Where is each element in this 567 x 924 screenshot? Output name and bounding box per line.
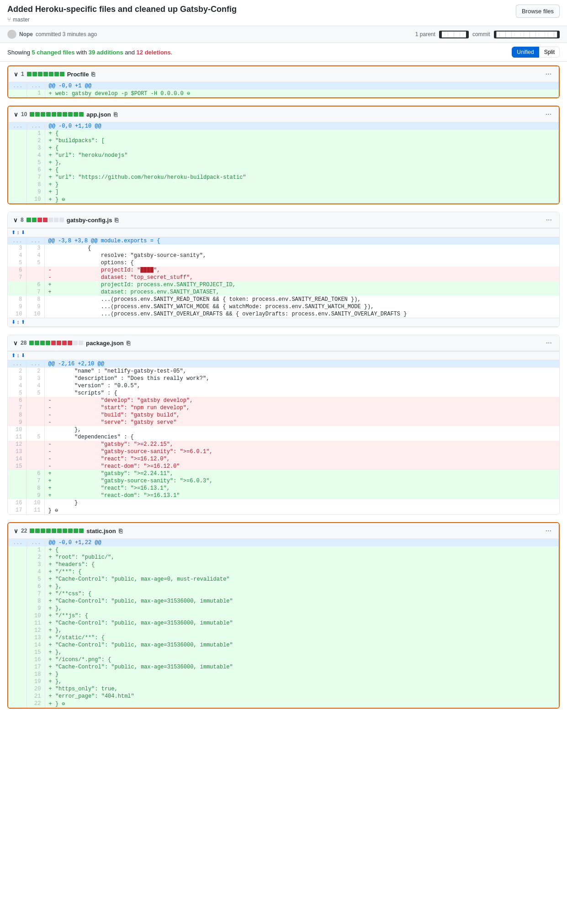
diff-row: 88 ...(process.env.SANITY_READ_TOKEN && … [8,296,559,303]
line-num-new: 3 [26,561,45,568]
line-num-old: 14 [8,455,26,463]
diff-file-header-app-json: ∨10app.json⎘··· [8,107,559,123]
normal-content: }, [44,426,559,433]
and-text: and [125,49,135,56]
line-num-old: 3 [8,375,26,382]
file-name[interactable]: package.json [86,340,123,347]
unified-view-button[interactable]: Unified [512,47,539,58]
browse-files-button[interactable]: Browse files [516,5,560,18]
line-num-new: 11 [26,620,45,627]
add-content: + "headers": { [45,561,559,568]
diff-row: 9+ ] [8,188,559,196]
stat-bar [27,72,64,76]
chevron-icon[interactable]: ∨ [13,217,18,224]
stat-square [52,529,56,533]
diff-row: 7+ dataset: process.env.SANITY_DATASET, [8,288,559,296]
line-num-old: ... [8,360,26,368]
split-view-button[interactable]: Split [539,47,560,58]
line-num-new [26,463,44,470]
diff-row: 1+ web: gatsby develop -p $PORT -H 0.0.0… [8,90,559,97]
line-num-old: 8 [8,296,26,303]
normal-content: resolve: "gatsby-source-sanity", [44,252,559,259]
diff-scroll: ......@@ -0,0 +1,22 @@1+ {2+ "root": "pu… [8,539,559,708]
more-options-button[interactable]: ··· [544,216,554,224]
diff-file-header-static-json: ∨22static.json⎘··· [8,523,559,539]
diff-files: ∨1Procfile⎘···......@@ -0,0 +1 @@1+ web:… [0,62,567,712]
add-content: + } [45,181,559,188]
parent-label: 1 parent [415,31,435,37]
add-content: + }, [45,627,559,634]
stat-square [51,341,56,345]
commit-author: Nope committed 3 minutes ago [7,30,97,39]
commit-right: 1 parent ████████ commit ███████████████… [415,31,560,38]
line-num-new: 10 [26,196,45,203]
expand-row[interactable]: ⬇ ↕ ⬆ [8,318,559,327]
line-num-new: 1 [26,546,45,554]
line-num-new: 10 [26,499,44,507]
line-num-new: 9 [26,188,45,196]
stat-square [32,218,37,222]
line-num-old: 10 [8,426,26,433]
file-name[interactable]: app.json [86,111,111,118]
normal-content: "dependencies" : { [44,433,559,441]
diff-row: ......@@ -2,16 +2,10 @@ [8,360,559,368]
chevron-icon[interactable]: ∨ [14,528,18,534]
add-content: + "https_only": true, [45,685,559,693]
diff-row: 4+ "url": "heroku/nodejs" [8,152,559,159]
chevron-icon[interactable]: ∨ [14,111,18,118]
line-num-new: 9 [26,303,44,310]
more-options-button[interactable]: ··· [544,110,553,118]
expand-button[interactable]: ⬇ ↕ ⬆ [11,319,25,325]
normal-content: ...(process.env.SANITY_READ_TOKEN && { t… [44,296,559,303]
add-content: + } ⊖ [45,196,559,203]
line-num-old [8,196,26,203]
diff-row: 10 }, [8,426,559,433]
commit-meta: Nope committed 3 minutes ago 1 parent ██… [0,26,567,43]
file-name[interactable]: gatsby-config.js [67,217,112,224]
expand-row[interactable]: ⬆ ↕ ⬇ [8,352,559,360]
hunk-content: @@ -3,8 +3,8 @@ module.exports = { [44,237,559,245]
del-content: - "start": "npm run develop", [44,404,559,411]
expand-button[interactable]: ⬆ ↕ ⬇ [11,353,25,358]
expand-button[interactable]: ⬆ ↕ ⬇ [11,230,25,235]
chevron-icon[interactable]: ∨ [14,71,18,78]
expand-row[interactable]: ⬆ ↕ ⬇ [8,229,559,237]
diff-row: 7- dataset: "top_secret_stuff", [8,274,559,281]
diff-row: 55 options: { [8,259,559,267]
copy-icon[interactable]: ⎘ [91,71,95,78]
parent-hash: ████████ [439,31,469,38]
line-num-old: 7 [8,404,26,411]
diff-row: 3+ "headers": { [8,561,559,568]
del-content: - "gatsby": ">=2.22.15", [44,441,559,448]
more-options-button[interactable]: ··· [544,527,553,535]
file-name[interactable]: static.json [86,528,116,534]
hunk-content: @@ -0,0 +1,10 @@ [45,123,559,130]
diff-row: 1010 ...(process.env.SANITY_OVERLAY_DRAF… [8,310,559,318]
diff-row: 10+ } ⊖ [8,196,559,203]
stat-square [43,218,48,222]
copy-icon[interactable]: ⎘ [119,528,122,534]
chevron-icon[interactable]: ∨ [13,340,18,347]
line-num-old [8,685,26,693]
more-options-button[interactable]: ··· [544,70,553,78]
more-options-button[interactable]: ··· [544,339,554,347]
line-num-new [26,426,44,433]
line-num-new: 10 [26,612,45,620]
copy-icon[interactable]: ⎘ [115,217,118,224]
line-num-new: 19 [26,678,45,685]
file-name[interactable]: Procfile [67,71,89,78]
copy-icon[interactable]: ⎘ [127,340,130,347]
copy-icon[interactable]: ⎘ [114,111,117,118]
add-content: + }, [45,605,559,612]
diff-row: 4+ "/**": { [8,568,559,576]
line-num-old [8,137,26,144]
add-content: + projectId: process.env.SANITY_PROJECT_… [44,281,559,288]
add-content: + "url": "https://github.com/heroku/hero… [45,174,559,181]
stat-square [40,341,45,345]
diff-row: 6- "develop": "gatsby develop", [8,397,559,404]
page-header: Added Heroku-specific files and cleaned … [0,0,567,26]
line-num-new [26,267,44,274]
diff-row: 33 { [8,245,559,252]
add-content: + }, [45,583,559,590]
line-num-old [8,598,26,605]
